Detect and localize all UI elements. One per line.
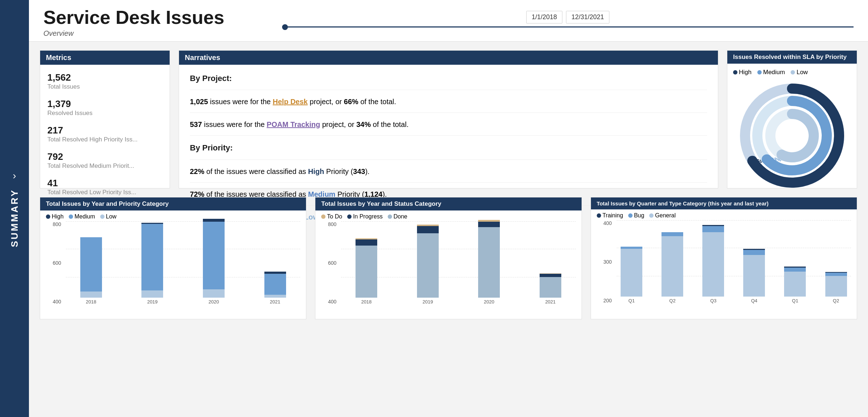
bar-group: 2019 xyxy=(127,221,178,305)
chart1-header: Total Issues by Year and Priority Catego… xyxy=(40,197,306,210)
metric-value: 1,562 xyxy=(47,72,162,83)
bar-segment-bug xyxy=(825,273,847,276)
donut-panel: Issues Resolved within SLA by Priority H… xyxy=(727,50,857,188)
bar-x-label: Q1 xyxy=(629,298,635,303)
chart2-body: 8006004002018201920202021 xyxy=(315,221,581,319)
donut-label: 58% xyxy=(786,152,796,158)
main-content: Service Desk Issues Overview 1/1/2018 12… xyxy=(29,0,868,327)
legend-item: Bug xyxy=(628,212,644,219)
bar-stack xyxy=(540,273,561,298)
bar-group: Q2 xyxy=(658,220,688,303)
slider-thumb[interactable] xyxy=(282,24,288,30)
bar-segment-low xyxy=(141,290,163,298)
legend-label: Low xyxy=(796,69,808,76)
legend-dot xyxy=(388,214,392,219)
metrics-body: 1,562 Total Issues1,379 Resolved Issues2… xyxy=(40,65,170,211)
donut-legend-item: Low xyxy=(791,69,808,76)
bar-segment-low xyxy=(80,292,102,298)
legend-item: Medium xyxy=(69,213,95,220)
bar-stack xyxy=(784,267,806,297)
narr-by-project: By Project: xyxy=(190,72,707,90)
sidebar-toggle[interactable]: › xyxy=(13,170,16,182)
bar-group: Q1 xyxy=(617,220,647,303)
legend-label: Training xyxy=(603,212,623,219)
bar-x-label: Q4 xyxy=(751,298,757,303)
bar-segment-inprog xyxy=(540,274,561,277)
legend-dot xyxy=(321,214,326,219)
page-title: Service Desk Issues xyxy=(43,7,282,28)
y-axis: 800600400 xyxy=(321,221,339,305)
bar-segment-general xyxy=(702,232,724,297)
metric-label: Total Resolved Low Priority Iss... xyxy=(47,189,162,196)
chart2-header: Total Issues by Year and Status Category xyxy=(315,197,581,210)
narr-poam-link[interactable]: POAM Tracking xyxy=(267,120,320,128)
narr-high-label: High xyxy=(308,167,324,175)
chart2-legend: To Do In Progress Done xyxy=(315,210,581,221)
bars-container: 2018201920202021 xyxy=(341,221,575,305)
legend-dot xyxy=(733,70,737,75)
bottom-charts: Total Issues by Year and Priority Catego… xyxy=(29,197,868,327)
date-end[interactable]: 12/31/2021 xyxy=(566,11,609,24)
bar-segment-done xyxy=(417,233,439,298)
date-slider[interactable] xyxy=(282,26,854,27)
legend-dot xyxy=(628,213,633,218)
bar-x-label: Q3 xyxy=(710,298,716,303)
bar-segment-medium xyxy=(80,237,102,292)
narr-pct1: 66% xyxy=(344,98,358,106)
bar-x-label: 2018 xyxy=(86,299,96,305)
narratives-header: Narratives xyxy=(179,51,718,65)
date-start[interactable]: 1/1/2018 xyxy=(526,11,562,24)
bar-stack xyxy=(203,219,225,298)
y-axis: 800600400 xyxy=(46,221,64,305)
legend-label: High xyxy=(52,213,64,220)
bar-segment-done xyxy=(478,227,500,298)
legend-label: General xyxy=(655,212,676,219)
y-axis: 400300200 xyxy=(597,220,615,303)
metrics-header: Metrics xyxy=(40,51,170,65)
y-label: 600 xyxy=(328,260,336,266)
bar-stack xyxy=(825,272,847,297)
bar-chart-area: 8006004002018201920202021 xyxy=(46,221,300,315)
narr-project-title: By Project: xyxy=(190,74,232,83)
bar-segment-bug xyxy=(702,226,724,232)
date-inputs: 1/1/2018 12/31/2021 xyxy=(526,11,609,24)
bar-group: 2021 xyxy=(250,221,301,305)
y-label: 800 xyxy=(53,221,61,227)
bar-x-label: 2019 xyxy=(147,299,158,305)
chart2-panel: Total Issues by Year and Status Category… xyxy=(315,197,582,319)
legend-dot xyxy=(597,213,601,218)
bar-group: 2019 xyxy=(403,221,453,305)
bar-x-label: Q2 xyxy=(833,298,839,303)
donut-svg-container: 66%63%58% xyxy=(733,80,851,192)
legend-label: To Do xyxy=(327,213,342,220)
legend-item: High xyxy=(46,213,64,220)
legend-dot xyxy=(100,214,105,219)
bar-group: 2020 xyxy=(188,221,239,305)
metric-item: 1,562 Total Issues xyxy=(47,72,162,90)
sidebar-label: SUMMARY xyxy=(9,189,20,247)
y-label: 300 xyxy=(603,259,612,265)
bar-segment-medium xyxy=(264,274,286,295)
legend-dot xyxy=(347,214,352,219)
bar-x-label: Q2 xyxy=(669,298,676,303)
metric-item: 1,379 Resolved Issues xyxy=(47,98,162,117)
bar-group: Q4 xyxy=(739,220,769,303)
bar-segment-medium xyxy=(203,222,225,289)
bar-group: 2018 xyxy=(341,221,392,305)
chart1-legend: High Medium Low xyxy=(40,210,306,221)
narr-helpdesk-link[interactable]: Help Desk xyxy=(273,98,308,106)
metric-value: 1,379 xyxy=(47,98,162,110)
bar-group: Q2 xyxy=(821,220,851,303)
narr-num2: 537 xyxy=(190,120,202,128)
bar-segment-inprog xyxy=(356,239,377,246)
legend-item: General xyxy=(649,212,676,219)
chart1-body: 8006004002018201920202021 xyxy=(40,221,306,319)
bar-x-label: Q1 xyxy=(792,298,798,303)
donut-legend-item: Medium xyxy=(757,69,785,76)
legend-item: Low xyxy=(100,213,116,220)
legend-item: In Progress xyxy=(347,213,383,220)
y-label: 400 xyxy=(603,220,612,226)
bar-segment-general xyxy=(784,272,806,297)
bar-segment-bug xyxy=(784,268,806,272)
bar-stack xyxy=(417,225,439,298)
